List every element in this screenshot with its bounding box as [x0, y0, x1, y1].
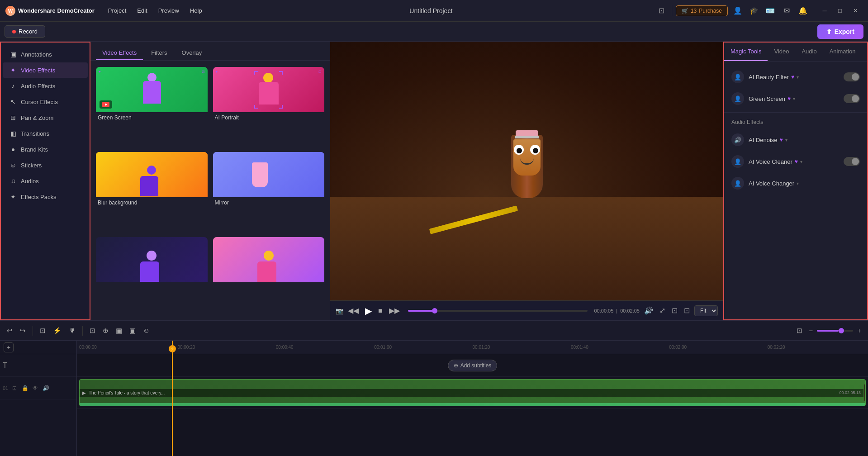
- window-controls: ─ □ ✕: [817, 5, 863, 17]
- sidebar-item-label-stickers: Stickers: [21, 162, 42, 169]
- fullscreen-button[interactable]: ⤢: [658, 305, 667, 316]
- screen-record-icon[interactable]: ⊡: [655, 5, 668, 17]
- video-track: ▶ The Pencil's Tale - a story that every…: [77, 377, 868, 408]
- magic-tools-content: 👤 AI Beauty Filter ♥ ▾ 👤 Green Screen ♥ …: [724, 62, 867, 199]
- track-lock-icon[interactable]: 🔒: [20, 384, 29, 393]
- mt-tab-audio[interactable]: Audio: [795, 43, 823, 61]
- tab-filters[interactable]: Filters: [145, 46, 173, 60]
- ai-denoise-badge-icon: ♥: [780, 137, 783, 143]
- voice-button[interactable]: 🎙: [66, 325, 78, 336]
- effect-card-mirror[interactable]: Mirror: [213, 152, 325, 232]
- effect-card-ai-portrait[interactable]: ♥ ⊡ AI Portrait: [213, 67, 325, 147]
- track-mute-icon[interactable]: 🔊: [41, 384, 50, 393]
- timeline-playhead[interactable]: ⚡: [172, 341, 173, 456]
- mt-item-ai-denoise[interactable]: 🔊 AI Denoise ♥ ▾: [724, 129, 867, 151]
- ai-beauty-toggle[interactable]: [844, 72, 860, 81]
- sidebar-item-brand-kits[interactable]: ● Brand Kits: [3, 142, 88, 157]
- screenshot-button[interactable]: 📷: [336, 307, 343, 314]
- step-forward-button[interactable]: ▶▶: [387, 305, 402, 316]
- mt-item-green-screen[interactable]: 👤 Green Screen ♥ ▾: [724, 88, 867, 109]
- sidebar-item-label-video-effects: Video Effects: [21, 67, 55, 74]
- sidebar-item-stickers[interactable]: ☺ Stickers: [3, 157, 88, 173]
- menu-project[interactable]: Project: [104, 5, 131, 16]
- crop-tool-button[interactable]: ⊡: [38, 325, 48, 336]
- play-button[interactable]: ▶: [363, 304, 374, 317]
- tab-overlay[interactable]: Overlay: [175, 46, 209, 60]
- zoom-out-button[interactable]: −: [806, 325, 815, 336]
- crop-button[interactable]: ⊡: [682, 305, 692, 316]
- insert-button[interactable]: ⊕: [100, 325, 111, 336]
- timeline-left-header: +: [0, 341, 76, 354]
- sidebar-item-video-effects[interactable]: ✦ Video Effects: [3, 62, 88, 78]
- stop-button[interactable]: ■: [376, 306, 384, 316]
- effect-card-blur-background[interactable]: Blur background: [96, 152, 208, 232]
- sidebar-item-cursor-effects[interactable]: ↖ Cursor Effects: [3, 94, 88, 109]
- effect-card-6[interactable]: [213, 237, 325, 310]
- timeline-video-track-row: 01 ⊡ 🔒 👁 🔊: [0, 377, 76, 399]
- sidebar-item-audio-effects[interactable]: ♪ Audio Effects: [3, 78, 88, 94]
- menu-help[interactable]: Help: [185, 5, 207, 16]
- pip-button[interactable]: ⊡: [670, 305, 679, 316]
- export-button[interactable]: ⬆ Export: [817, 24, 863, 39]
- effect-card-green-screen[interactable]: ♥ ⊡ ▶ Green Screen: [96, 67, 208, 147]
- ai-voice-cleaner-toggle-thumb: [852, 158, 859, 165]
- bell-icon[interactable]: 🔔: [797, 5, 809, 17]
- zoom-slider[interactable]: [817, 330, 853, 332]
- volume-button[interactable]: 🔊: [642, 305, 655, 316]
- zoom-in-button[interactable]: +: [855, 325, 863, 336]
- purchase-label: 13: [691, 8, 697, 14]
- video-clip[interactable]: ▶ The Pencil's Tale - a story that every…: [79, 379, 866, 406]
- menu-preview[interactable]: Preview: [154, 5, 184, 16]
- education-icon[interactable]: 🎓: [748, 5, 760, 17]
- subtitle-tool-button[interactable]: ⊡: [87, 325, 98, 336]
- track-settings-icon[interactable]: ⊡: [10, 384, 19, 393]
- effects-tabs: Video Effects Filters Overlay: [90, 42, 330, 61]
- maximize-button[interactable]: □: [833, 5, 847, 17]
- ruler-mark-6: 00:02:00: [669, 345, 767, 350]
- sidebar-item-transitions[interactable]: ◧ Transitions: [3, 126, 88, 141]
- sidebar-item-effects-packs[interactable]: ✦ Effects Packs: [3, 189, 88, 204]
- mt-tab-animation[interactable]: Animation: [823, 43, 862, 61]
- record-button[interactable]: Record: [5, 25, 45, 38]
- mt-item-ai-voice-changer[interactable]: 👤 AI Voice Changer ▾: [724, 172, 867, 194]
- ruler-marks: 00:00:00 00:00:20 00:00:40 00:01:00 00:0…: [77, 345, 868, 350]
- split-button[interactable]: ⚡: [51, 325, 64, 336]
- ai-denoise-icon: 🔊: [731, 133, 744, 146]
- ungroup-button[interactable]: ▣: [127, 325, 138, 336]
- purchase-button[interactable]: 🛒 13 Purchase: [676, 5, 728, 16]
- video-preview: 📷 ◀◀ ▶ ■ ▶▶ 00:00:05 | 00:02:05 🔊 ⤢ ⊡ ⊡ …: [330, 42, 723, 320]
- sidebar-item-label-annotations: Annotations: [21, 51, 52, 58]
- group-button[interactable]: ▣: [114, 325, 124, 336]
- effects-packs-icon: ✦: [9, 193, 17, 200]
- mt-tab-magic-tools[interactable]: Magic Tools: [724, 43, 768, 61]
- mt-item-ai-voice-cleaner[interactable]: 👤 AI Voice Cleaner ♥ ▾: [724, 151, 867, 172]
- green-screen-toggle[interactable]: [844, 94, 860, 103]
- progress-bar[interactable]: [408, 310, 588, 312]
- ai-voice-cleaner-toggle[interactable]: [844, 157, 860, 166]
- undo-button[interactable]: ↩: [5, 325, 15, 336]
- card-icon[interactable]: 🪪: [764, 5, 777, 17]
- tab-video-effects[interactable]: Video Effects: [96, 46, 143, 60]
- fit-timeline-button[interactable]: ⊡: [794, 325, 805, 336]
- close-button[interactable]: ✕: [848, 5, 863, 17]
- ai-voice-cleaner-chevron-icon: ▾: [800, 159, 802, 164]
- menu-edit[interactable]: Edit: [133, 5, 152, 16]
- mail-icon[interactable]: ✉: [780, 5, 793, 17]
- face-tool-button[interactable]: ☺: [141, 325, 152, 336]
- effect-card-5[interactable]: [96, 237, 208, 310]
- sidebar-item-label-brand-kits: Brand Kits: [21, 146, 48, 153]
- minimize-button[interactable]: ─: [817, 5, 832, 17]
- add-track-button[interactable]: +: [4, 342, 14, 352]
- sidebar-item-annotations[interactable]: ▣ Annotations: [3, 47, 88, 62]
- timeline-tracks: ⊕ Add subtitles ▶ The Pencil's Tale - a …: [77, 354, 868, 408]
- mt-tab-video[interactable]: Video: [768, 43, 795, 61]
- user-icon[interactable]: 👤: [731, 5, 744, 17]
- fit-select[interactable]: Fit: [694, 305, 718, 316]
- track-eye-icon[interactable]: 👁: [31, 384, 40, 393]
- redo-button[interactable]: ↪: [18, 325, 28, 336]
- mt-item-ai-beauty[interactable]: 👤 AI Beauty Filter ♥ ▾: [724, 66, 867, 88]
- add-subtitles-button[interactable]: ⊕ Add subtitles: [448, 360, 498, 371]
- sidebar-item-audios[interactable]: ♫ Audios: [3, 173, 88, 189]
- step-back-button[interactable]: ◀◀: [346, 305, 360, 316]
- sidebar-item-pan-zoom[interactable]: ⊞ Pan & Zoom: [3, 110, 88, 125]
